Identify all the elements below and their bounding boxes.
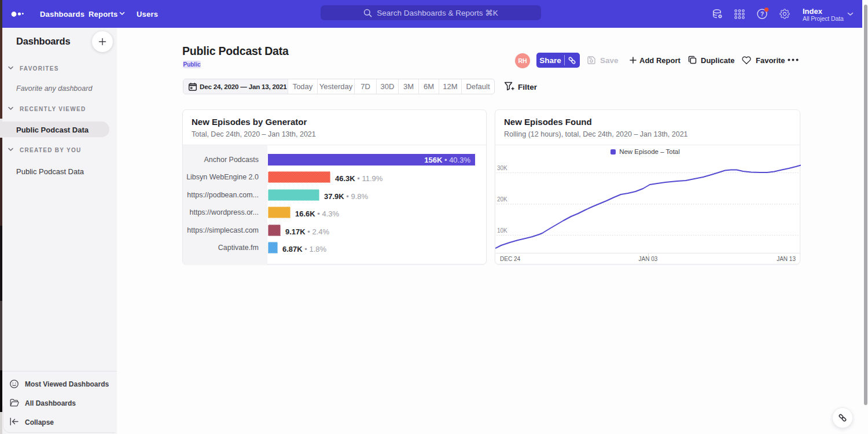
svg-text:20K: 20K [497, 196, 507, 203]
svg-text:?: ? [760, 11, 764, 17]
svg-text:DEC 24: DEC 24 [500, 256, 520, 262]
svg-text:JAN 13: JAN 13 [777, 256, 796, 262]
svg-text:JAN 03: JAN 03 [639, 256, 658, 262]
svg-text:30K: 30K [497, 165, 507, 171]
svg-text:10K: 10K [497, 227, 507, 234]
